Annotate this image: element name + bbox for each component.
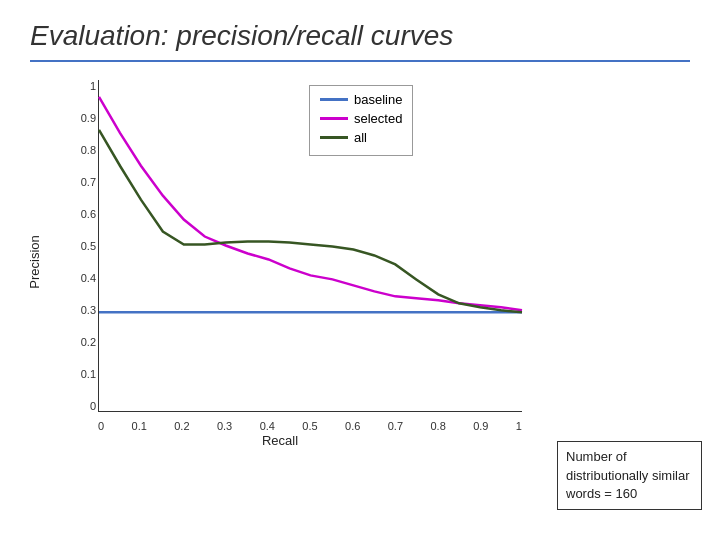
page-title: Evaluation: precision/recall curves <box>30 20 690 62</box>
x-tick: 0.4 <box>260 420 275 432</box>
y-tick: 1 <box>68 80 96 92</box>
legend-item-selected: selected <box>320 111 402 126</box>
x-tick: 0.8 <box>430 420 445 432</box>
y-tick: 0.5 <box>68 240 96 252</box>
y-tick: 0.4 <box>68 272 96 284</box>
y-tick: 0.3 <box>68 304 96 316</box>
slide: Evaluation: precision/recall curves Prec… <box>0 0 720 540</box>
legend-label-selected: selected <box>354 111 402 126</box>
legend-item-baseline: baseline <box>320 92 402 107</box>
y-tick: 0.6 <box>68 208 96 220</box>
legend-label-baseline: baseline <box>354 92 402 107</box>
legend-label-all: all <box>354 130 367 145</box>
y-tick: 0.7 <box>68 176 96 188</box>
info-box: Number of distributionally similar words… <box>557 441 702 510</box>
x-axis-label: Recall <box>262 433 298 448</box>
chart-legend: baseline selected all <box>309 85 413 156</box>
chart-container: Precision 1 0.9 0.8 0.7 0.6 0.5 0.4 0.3 … <box>30 72 530 452</box>
y-tick: 0 <box>68 400 96 412</box>
legend-item-all: all <box>320 130 402 145</box>
x-tick: 0.3 <box>217 420 232 432</box>
y-axis-ticks: 1 0.9 0.8 0.7 0.6 0.5 0.4 0.3 0.2 0.1 0 <box>68 80 96 412</box>
x-tick: 0.1 <box>132 420 147 432</box>
x-tick: 0.6 <box>345 420 360 432</box>
x-tick: 0.9 <box>473 420 488 432</box>
legend-line-selected <box>320 117 348 120</box>
x-tick: 0.2 <box>174 420 189 432</box>
all-line <box>99 130 522 312</box>
x-tick: 0.7 <box>388 420 403 432</box>
chart-plot: baseline selected all <box>98 80 522 412</box>
x-tick: 1 <box>516 420 522 432</box>
y-tick: 0.8 <box>68 144 96 156</box>
chart-area: Precision 1 0.9 0.8 0.7 0.6 0.5 0.4 0.3 … <box>30 72 690 452</box>
y-tick: 0.2 <box>68 336 96 348</box>
y-tick: 0.1 <box>68 368 96 380</box>
x-axis-ticks: 0 0.1 0.2 0.3 0.4 0.5 0.6 0.7 0.8 0.9 1 <box>98 420 522 432</box>
x-tick: 0 <box>98 420 104 432</box>
x-tick: 0.5 <box>302 420 317 432</box>
y-tick: 0.9 <box>68 112 96 124</box>
y-axis-label: Precision <box>27 235 42 288</box>
legend-line-baseline <box>320 98 348 101</box>
legend-line-all <box>320 136 348 139</box>
